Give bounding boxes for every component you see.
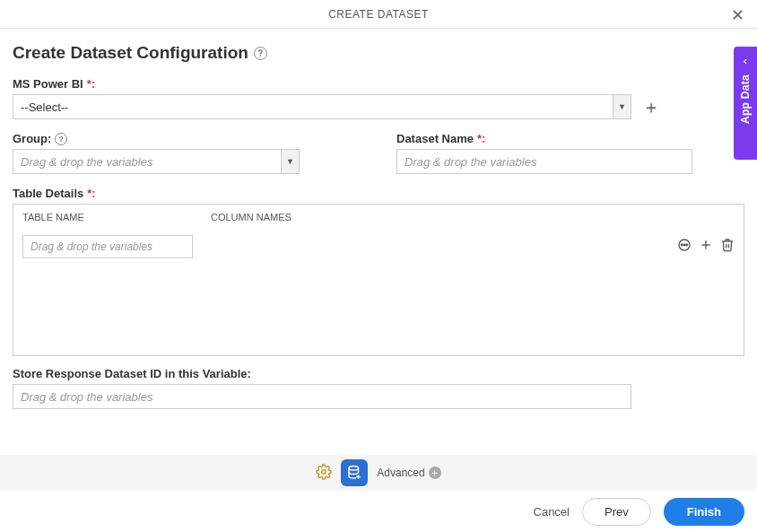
- bottom-toolbar: Advanced +: [0, 455, 757, 491]
- required-marker: *:: [87, 77, 95, 91]
- group-label: Group: ?: [13, 132, 361, 145]
- advanced-toggle[interactable]: Advanced +: [377, 467, 440, 479]
- column-header-table-name: TABLE NAME: [22, 212, 211, 222]
- titlebar: CREATE DATASET ✕: [0, 0, 757, 29]
- add-row-icon[interactable]: [699, 238, 713, 256]
- table-name-input[interactable]: Drag & drop the variables: [22, 235, 193, 258]
- svg-point-3: [686, 244, 688, 246]
- dataset-name-input[interactable]: [396, 149, 692, 174]
- powerbi-label: MS Power BI *:: [13, 77, 744, 91]
- column-header-column-names: COLUMN NAMES: [211, 212, 735, 222]
- chevron-down-icon[interactable]: ▼: [613, 95, 631, 118]
- more-icon[interactable]: [677, 238, 692, 256]
- chevron-down-icon[interactable]: ▼: [281, 150, 299, 173]
- cancel-button[interactable]: Cancel: [534, 505, 570, 519]
- dialog-title: CREATE DATASET: [328, 8, 429, 21]
- store-variable-label: Store Response Dataset ID in this Variab…: [13, 367, 744, 380]
- side-tab-label: App Data: [739, 74, 752, 124]
- dialog-footer: Cancel Prev Finish: [0, 491, 757, 532]
- store-variable-input[interactable]: [13, 384, 631, 409]
- svg-point-1: [682, 244, 683, 246]
- group-field[interactable]: [13, 150, 299, 173]
- plus-circle-icon: +: [429, 467, 441, 479]
- powerbi-select[interactable]: --Select-- ▼: [13, 94, 631, 119]
- required-marker: *:: [87, 187, 95, 200]
- svg-point-7: [349, 467, 359, 471]
- add-connection-button[interactable]: ＋: [642, 98, 660, 116]
- prev-button[interactable]: Prev: [582, 498, 651, 526]
- svg-point-6: [322, 469, 326, 474]
- group-input[interactable]: ▼: [13, 149, 300, 174]
- table-details-label: Table Details *:: [13, 187, 744, 200]
- page-heading: Create Dataset Configuration ?: [13, 43, 744, 63]
- help-icon[interactable]: ?: [254, 47, 267, 60]
- chevron-left-icon: ‹: [744, 54, 747, 67]
- table-details-container: TABLE NAME COLUMN NAMES Drag & drop the …: [13, 204, 744, 356]
- delete-row-icon[interactable]: [720, 238, 735, 256]
- settings-icon[interactable]: [316, 464, 332, 483]
- table-row: Drag & drop the variables: [22, 235, 735, 258]
- app-data-panel-tab[interactable]: ‹ App Data: [734, 47, 757, 160]
- powerbi-select-value: --Select--: [13, 100, 613, 114]
- dataset-icon[interactable]: [341, 459, 368, 486]
- close-icon[interactable]: ✕: [727, 5, 748, 25]
- required-marker: *:: [477, 132, 485, 145]
- page-heading-text: Create Dataset Configuration: [13, 43, 248, 63]
- finish-button[interactable]: Finish: [664, 498, 744, 526]
- dataset-name-label: Dataset Name *:: [396, 132, 744, 145]
- svg-point-2: [683, 244, 685, 246]
- help-icon[interactable]: ?: [55, 133, 67, 145]
